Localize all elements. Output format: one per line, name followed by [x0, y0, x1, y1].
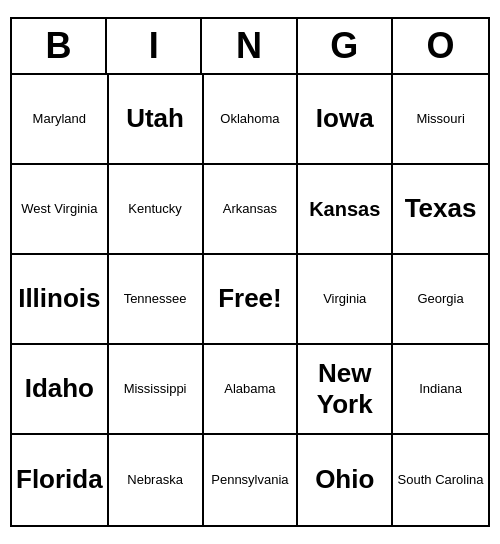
cell-text: Maryland — [33, 111, 86, 127]
bingo-header: BINGO — [12, 19, 488, 75]
bingo-cell: Virginia — [298, 255, 393, 345]
cell-text: Ohio — [315, 464, 374, 495]
cell-text: Utah — [126, 103, 184, 134]
bingo-cell: Illinois — [12, 255, 109, 345]
cell-text: Alabama — [224, 381, 275, 397]
cell-text: Iowa — [316, 103, 374, 134]
header-letter: I — [107, 19, 202, 73]
cell-text: Idaho — [25, 373, 94, 404]
bingo-cell: Utah — [109, 75, 204, 165]
cell-text: Florida — [16, 464, 103, 495]
cell-text: Tennessee — [124, 291, 187, 307]
bingo-cell: South Carolina — [393, 435, 488, 525]
cell-text: Indiana — [419, 381, 462, 397]
cell-text: Illinois — [18, 283, 100, 314]
bingo-cell: Alabama — [204, 345, 299, 435]
bingo-cell: Kansas — [298, 165, 393, 255]
bingo-cell: Free! — [204, 255, 299, 345]
cell-text: Free! — [218, 283, 282, 314]
cell-text: Kentucky — [128, 201, 181, 217]
cell-text: Kansas — [309, 197, 380, 221]
bingo-cell: Arkansas — [204, 165, 299, 255]
cell-text: Nebraska — [127, 472, 183, 488]
header-letter: N — [202, 19, 297, 73]
cell-text: Georgia — [417, 291, 463, 307]
bingo-cell: Ohio — [298, 435, 393, 525]
bingo-cell: Oklahoma — [204, 75, 299, 165]
cell-text: Missouri — [416, 111, 464, 127]
bingo-cell: Texas — [393, 165, 488, 255]
bingo-cell: Tennessee — [109, 255, 204, 345]
cell-text: South Carolina — [398, 472, 484, 488]
bingo-cell: Pennsylvania — [204, 435, 299, 525]
bingo-cell: New York — [298, 345, 393, 435]
bingo-cell: Mississippi — [109, 345, 204, 435]
bingo-cell: Iowa — [298, 75, 393, 165]
bingo-cell: West Virginia — [12, 165, 109, 255]
bingo-cell: Georgia — [393, 255, 488, 345]
bingo-cell: Maryland — [12, 75, 109, 165]
bingo-cell: Indiana — [393, 345, 488, 435]
bingo-cell: Missouri — [393, 75, 488, 165]
bingo-cell: Nebraska — [109, 435, 204, 525]
bingo-cell: Florida — [12, 435, 109, 525]
cell-text: Virginia — [323, 291, 366, 307]
bingo-cell: Kentucky — [109, 165, 204, 255]
cell-text: Pennsylvania — [211, 472, 288, 488]
bingo-card: BINGO MarylandUtahOklahomaIowaMissouriWe… — [10, 17, 490, 527]
cell-text: Arkansas — [223, 201, 277, 217]
cell-text: New York — [302, 358, 387, 420]
cell-text: Mississippi — [124, 381, 187, 397]
bingo-cell: Idaho — [12, 345, 109, 435]
header-letter: G — [298, 19, 393, 73]
cell-text: West Virginia — [21, 201, 97, 217]
cell-text: Texas — [405, 193, 477, 224]
header-letter: O — [393, 19, 488, 73]
bingo-grid: MarylandUtahOklahomaIowaMissouriWest Vir… — [12, 75, 488, 525]
cell-text: Oklahoma — [220, 111, 279, 127]
header-letter: B — [12, 19, 107, 73]
